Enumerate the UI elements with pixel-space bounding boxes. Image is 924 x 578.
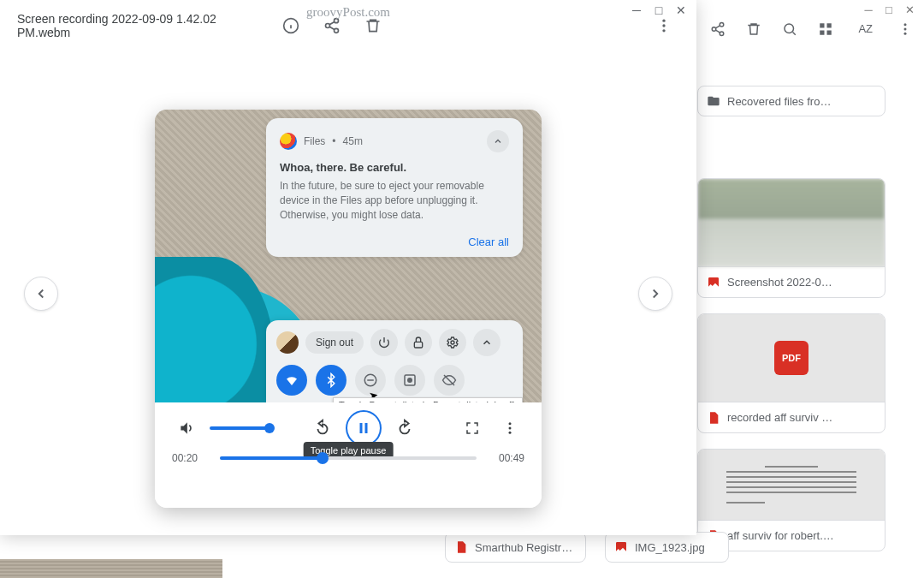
forward-10-icon[interactable]: [390, 414, 419, 443]
notification-age: 45m: [343, 135, 363, 147]
svg-point-26: [509, 426, 512, 429]
files-minimize-button[interactable]: ─: [862, 3, 874, 16]
gallery-filename: Screen recording 2022-09-09 1.42.02 PM.w…: [17, 12, 265, 39]
notification-app: Files: [304, 135, 325, 147]
gallery-window-controls: ─ □ ✕: [630, 3, 688, 17]
gallery-body: Files • 45m Whoa, there. Be careful. In …: [0, 51, 696, 535]
bluetooth-toggle-icon[interactable]: [316, 365, 346, 396]
background-image-sliver: [0, 559, 222, 578]
svg-point-17: [662, 29, 665, 32]
files-sort-button[interactable]: AZ: [853, 19, 878, 39]
svg-point-10: [904, 32, 907, 34]
lock-icon[interactable]: [405, 329, 432, 356]
svg-point-22: [408, 378, 412, 382]
chevron-up-icon[interactable]: [473, 329, 500, 356]
svg-rect-23: [360, 423, 363, 433]
video-frame: Files • 45m Whoa, there. Be careful. In …: [155, 110, 542, 402]
file-label: Screenshot 2022-0…: [727, 276, 832, 289]
delete-icon[interactable]: [358, 10, 388, 41]
file-chip[interactable]: IMG_1923.jpg: [605, 532, 729, 563]
volume-slider[interactable]: [210, 426, 270, 430]
svg-point-16: [662, 24, 665, 27]
svg-point-2: [720, 32, 725, 36]
more-icon[interactable]: [495, 414, 524, 443]
folder-card[interactable]: Recovered files fro…: [697, 86, 886, 116]
current-time: 00:20: [172, 452, 206, 464]
svg-point-14: [335, 28, 339, 33]
previous-button[interactable]: [24, 277, 58, 311]
pdf-icon: [454, 540, 468, 554]
seek-fill: [220, 456, 323, 460]
visibility-off-toggle-icon[interactable]: [434, 365, 465, 396]
svg-rect-6: [820, 30, 825, 34]
svg-point-19: [451, 341, 454, 344]
thumbnail: [698, 450, 885, 520]
more-icon[interactable]: [897, 21, 914, 38]
svg-rect-4: [820, 23, 825, 27]
svg-point-9: [904, 27, 907, 30]
video-controls: Toggle play pause 00:20 00:49: [155, 402, 542, 508]
duration: 00:49: [490, 452, 524, 464]
image-icon: [707, 276, 720, 289]
fullscreen-icon[interactable]: [458, 414, 487, 443]
delete-icon[interactable]: [745, 21, 762, 38]
svg-rect-5: [827, 23, 832, 27]
svg-point-1: [713, 27, 717, 31]
image-icon: [614, 540, 628, 554]
file-chip[interactable]: Smarthub Registrat…: [445, 532, 586, 563]
svg-point-8: [904, 23, 907, 26]
system-tray-panel: Sign out: [266, 320, 523, 402]
notification-body: In the future, be sure to eject your rem…: [280, 179, 509, 223]
rewind-10-icon[interactable]: [308, 414, 337, 443]
file-label: Recovered files fro…: [727, 95, 831, 108]
thumbnail: [698, 179, 885, 266]
files-toolbar: EN AZ: [665, 19, 914, 39]
seek-slider[interactable]: [220, 456, 477, 460]
clear-all-button[interactable]: Clear all: [280, 235, 509, 248]
svg-point-12: [335, 19, 339, 23]
gallery-maximize-button[interactable]: □: [652, 3, 666, 17]
file-label: Smarthub Registrat…: [475, 541, 577, 554]
svg-point-25: [509, 422, 512, 425]
file-label: IMG_1923.jpg: [635, 541, 705, 554]
thumbnail: PDF: [698, 314, 885, 402]
svg-point-0: [720, 22, 725, 27]
share-icon[interactable]: [317, 10, 347, 41]
svg-rect-18: [414, 342, 422, 348]
wifi-toggle-icon[interactable]: [276, 365, 307, 396]
files-window-controls: ─ □ ✕: [862, 0, 924, 16]
file-card[interactable]: PDF recorded aff surviv …: [697, 313, 886, 433]
gallery-viewer-window: ─ □ ✕ groovyPost.com Screen recording 20…: [0, 0, 696, 535]
file-label: recorded aff surviv …: [727, 411, 832, 424]
pdf-badge-icon: PDF: [774, 341, 808, 375]
files-close-button[interactable]: ✕: [903, 3, 915, 16]
files-bottom-row: Smarthub Registrat… IMG_1923.jpg: [445, 532, 907, 563]
view-grid-icon[interactable]: [817, 21, 834, 38]
screen-capture-toggle-icon[interactable]: [394, 365, 425, 396]
file-card[interactable]: Screenshot 2022-0…: [697, 178, 886, 298]
play-pause-button[interactable]: [346, 410, 382, 446]
gallery-close-button[interactable]: ✕: [674, 3, 688, 17]
svg-point-15: [662, 20, 665, 22]
search-icon[interactable]: [781, 21, 798, 38]
folder-icon: [707, 94, 720, 108]
svg-rect-24: [365, 423, 368, 433]
sign-out-button[interactable]: Sign out: [305, 331, 364, 354]
pdf-icon: [707, 411, 720, 425]
notification-title: Whoa, there. Be careful.: [280, 161, 509, 174]
chevron-up-icon[interactable]: [487, 130, 509, 152]
seek-knob[interactable]: [317, 452, 329, 464]
files-grid: Recovered files fro… Screenshot 2022-0… …: [697, 86, 907, 551]
gallery-minimize-button[interactable]: ─: [630, 3, 643, 17]
gallery-header: Screen recording 2022-09-09 1.42.02 PM.w…: [0, 0, 696, 51]
info-icon[interactable]: [275, 10, 306, 41]
gear-icon[interactable]: [439, 329, 466, 356]
notification-card: Files • 45m Whoa, there. Be careful. In …: [266, 118, 523, 257]
next-button[interactable]: [638, 277, 672, 311]
video-player-card: Files • 45m Whoa, there. Be careful. In …: [155, 110, 542, 508]
share-icon[interactable]: [709, 21, 726, 38]
user-avatar[interactable]: [276, 331, 299, 354]
volume-icon[interactable]: [172, 414, 201, 443]
files-maximize-button[interactable]: □: [883, 3, 895, 16]
power-icon[interactable]: [370, 329, 398, 356]
